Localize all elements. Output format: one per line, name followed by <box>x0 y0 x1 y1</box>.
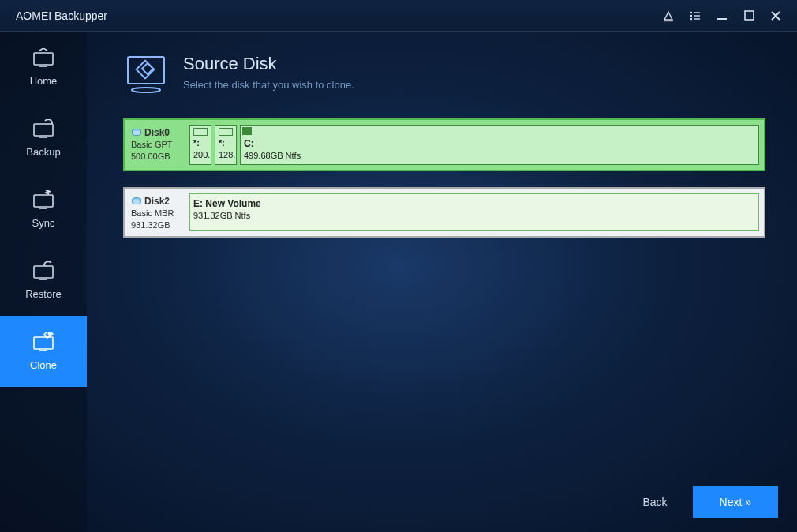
maximize-icon[interactable] <box>735 0 762 32</box>
sidebar-item-sync[interactable]: Sync <box>0 174 87 245</box>
sidebar-item-backup[interactable]: Backup <box>0 103 87 174</box>
partition-list: E: New Volume 931.32GB Ntfs <box>189 193 759 231</box>
svg-rect-6 <box>694 18 700 19</box>
source-disk-icon <box>123 54 169 98</box>
disk-icon <box>131 197 142 205</box>
backup-icon <box>32 119 55 140</box>
page-title: Source Disk <box>183 54 354 74</box>
svg-rect-17 <box>34 266 53 278</box>
disk-info: Disk2 Basic MBR 931.32GB <box>129 193 186 231</box>
sidebar-item-label: Restore <box>25 288 62 300</box>
app-title: AOMEI Backupper <box>16 9 655 22</box>
back-button[interactable]: Back <box>633 488 676 516</box>
title-bar: AOMEI Backupper <box>0 0 797 32</box>
clone-icon <box>32 332 55 353</box>
svg-rect-13 <box>34 124 53 136</box>
upgrade-icon[interactable] <box>655 0 682 32</box>
disk-info: Disk0 Basic GPT 500.00GB <box>129 125 186 165</box>
disk-icon <box>131 129 142 137</box>
partition-list: *: 200. *: 128. C: 499.68GB Ntfs <box>189 125 759 165</box>
partition[interactable]: E: New Volume 931.32GB Ntfs <box>189 193 759 231</box>
partition[interactable]: *: 200. <box>189 125 211 165</box>
svg-point-3 <box>690 14 692 16</box>
page-subtitle: Select the disk that you wish to clone. <box>183 79 354 91</box>
svg-rect-15 <box>34 195 53 207</box>
sidebar-item-label: Home <box>30 75 58 87</box>
main-panel: Source Disk Select the disk that you wis… <box>87 32 797 532</box>
next-button[interactable]: Next » <box>693 486 778 518</box>
sidebar-item-restore[interactable]: Restore <box>0 245 87 316</box>
wizard-footer: Back Next » <box>633 486 778 518</box>
sidebar: Home Backup Sync Restore Clone <box>0 32 87 532</box>
app-window: AOMEI Backupper Home Backup Sync <box>0 0 797 532</box>
disk-row-1[interactable]: Disk2 Basic MBR 931.32GB E: New Volume 9… <box>123 187 765 238</box>
close-icon[interactable] <box>762 0 789 32</box>
svg-rect-19 <box>34 337 53 349</box>
menu-icon[interactable] <box>682 0 709 32</box>
partition[interactable]: C: 499.68GB Ntfs <box>240 125 759 165</box>
home-icon <box>32 48 55 69</box>
svg-rect-11 <box>34 53 53 65</box>
svg-point-26 <box>132 88 160 92</box>
restore-icon <box>32 261 55 282</box>
sidebar-item-label: Backup <box>26 146 60 158</box>
sidebar-item-label: Clone <box>30 359 57 371</box>
svg-point-1 <box>690 11 692 13</box>
disk-row-0[interactable]: Disk0 Basic GPT 500.00GB *: 200. *: 128. <box>123 118 765 171</box>
sidebar-item-clone[interactable]: Clone <box>0 316 87 387</box>
svg-rect-2 <box>694 12 700 13</box>
sync-icon <box>32 190 55 211</box>
minimize-icon[interactable] <box>709 0 735 32</box>
svg-rect-4 <box>694 15 700 16</box>
page-header: Source Disk Select the disk that you wis… <box>123 54 765 98</box>
partition[interactable]: *: 128. <box>215 125 237 165</box>
svg-rect-8 <box>745 11 754 20</box>
sidebar-item-home[interactable]: Home <box>0 32 87 103</box>
svg-point-5 <box>690 17 692 19</box>
sidebar-item-label: Sync <box>32 217 55 229</box>
